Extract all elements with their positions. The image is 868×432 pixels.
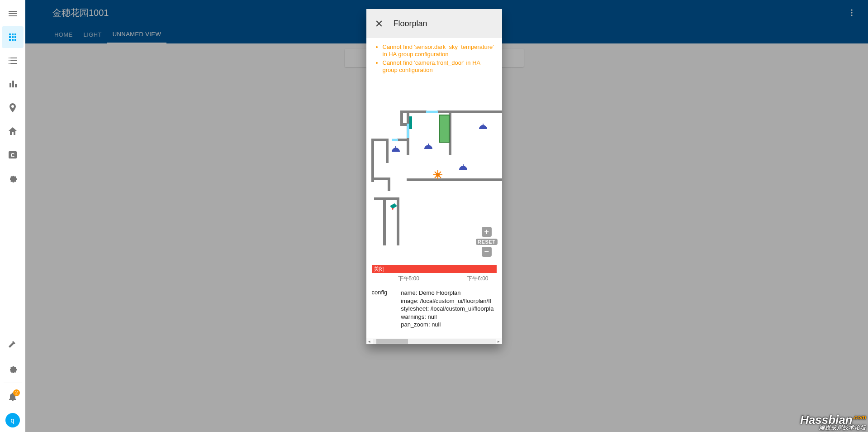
map-marker-icon <box>7 102 18 113</box>
floorplan-map[interactable]: + RESET − <box>366 81 502 262</box>
zoom-in-button[interactable]: + <box>482 227 492 237</box>
zoom-controls: + RESET − <box>476 227 497 257</box>
avatar[interactable]: q <box>5 413 20 427</box>
apps-icon <box>7 32 18 43</box>
floorplan-dialog: Floorplan Cannot find 'sensor.dark_sky_t… <box>366 9 502 344</box>
dialog-scroll-area[interactable]: Cannot find 'sensor.dark_sky_temperature… <box>366 38 502 338</box>
dialog-close-button[interactable] <box>374 18 384 29</box>
gear-icon <box>7 364 18 374</box>
config-line: pan_zoom: null <box>401 321 496 329</box>
notification-badge: 2 <box>13 389 20 396</box>
dialog-title: Floorplan <box>394 19 427 29</box>
sidebar-item-map[interactable] <box>2 97 24 119</box>
close-icon <box>374 19 384 29</box>
warning-item: Cannot find 'sensor.dark_sky_temperature… <box>383 43 495 58</box>
sidebar-item-settings-a[interactable] <box>2 168 24 189</box>
chart-bar-icon <box>7 79 18 90</box>
svg-rect-6 <box>440 115 449 142</box>
config-line: name: Demo Floorplan <box>401 289 496 297</box>
list-icon <box>7 55 18 66</box>
zoom-reset-button[interactable]: RESET <box>476 239 497 245</box>
scroll-left-icon: ◂ <box>366 339 373 344</box>
history-state-label: 关闭 <box>374 265 384 273</box>
history-axis: 下午5:00 下午6:00 <box>372 273 497 283</box>
sidebar-item-config-c[interactable]: C <box>2 144 24 166</box>
dialog-horizontal-scrollbar[interactable]: ◂ ▸ <box>366 338 502 344</box>
warning-list: Cannot find 'sensor.dark_sky_temperature… <box>366 38 502 77</box>
gear-icon <box>7 173 18 184</box>
config-line: warnings: null <box>401 313 496 321</box>
sidebar-item-devtools[interactable] <box>2 335 24 356</box>
hamburger-menu[interactable] <box>2 3 24 24</box>
config-values: name: Demo Floorplan image: /local/custo… <box>401 289 496 329</box>
config-block: config name: Demo Floorplan image: /loca… <box>366 283 502 331</box>
sidebar-item-notifications[interactable]: 2 <box>2 386 24 408</box>
home-icon <box>7 126 18 137</box>
sidebar-item-settings-bottom[interactable] <box>2 358 24 380</box>
history-strip: 关闭 下午5:00 下午6:00 <box>366 262 502 283</box>
zoom-out-button[interactable]: − <box>482 247 492 257</box>
dialog-body: Cannot find 'sensor.dark_sky_temperature… <box>366 38 502 338</box>
config-line: image: /local/custom_ui/floorplan/fl <box>401 297 496 305</box>
letter-c-icon: C <box>7 149 18 160</box>
hammer-icon <box>7 340 18 351</box>
svg-text:C: C <box>10 152 14 158</box>
history-tick: 下午6:00 <box>467 275 488 283</box>
menu-icon <box>7 8 18 19</box>
sidebar-item-logbook[interactable] <box>2 50 24 72</box>
svg-rect-7 <box>409 116 412 129</box>
sidebar-rail: C 2 q <box>0 0 25 432</box>
sidebar-item-history[interactable] <box>2 73 24 95</box>
sidebar-item-overview[interactable] <box>2 26 24 48</box>
svg-point-17 <box>392 208 394 210</box>
history-tick: 下午5:00 <box>398 275 419 283</box>
config-line: stylesheet: /local/custom_ui/floorpla <box>401 305 496 313</box>
warning-item: Cannot find 'camera.front_door' in HA gr… <box>383 59 495 74</box>
config-key: config <box>372 289 388 329</box>
history-state-bar: 关闭 <box>372 265 497 273</box>
dialog-header: Floorplan <box>366 9 502 38</box>
sidebar-item-hass[interactable] <box>2 120 24 142</box>
scroll-right-icon: ▸ <box>496 339 502 344</box>
